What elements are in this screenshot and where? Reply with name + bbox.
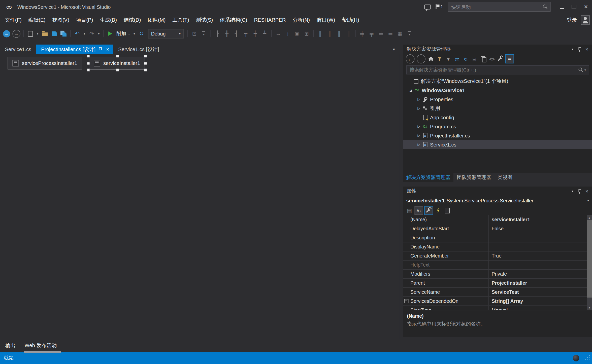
tree-item[interactable]: App.config xyxy=(403,113,592,122)
selection-handle[interactable] xyxy=(87,62,90,65)
bottom-panel-tab[interactable]: Web 发布活动 xyxy=(25,342,57,349)
tree-item[interactable]: Program.cs xyxy=(403,122,592,131)
scrollbar-thumb[interactable] xyxy=(587,220,592,298)
quick-launch-input[interactable] xyxy=(450,4,542,10)
property-row[interactable]: DisplayName xyxy=(403,242,587,251)
make-same-size-icon[interactable]: ▣ xyxy=(293,29,302,38)
menu-item[interactable]: 体系结构(C) xyxy=(216,14,251,26)
collapse-all-icon[interactable]: ⊟ xyxy=(471,55,479,63)
document-tab[interactable]: ProjectInstaller.cs [设计] × xyxy=(36,45,113,54)
selection-handle[interactable] xyxy=(116,68,119,71)
property-value[interactable] xyxy=(489,261,587,269)
window-position-icon[interactable] xyxy=(569,188,576,195)
property-row[interactable]: HelpText xyxy=(403,261,587,270)
tool-window-tab[interactable]: 团队资源管理器 xyxy=(454,173,495,182)
collapsed-icon[interactable] xyxy=(416,134,422,137)
vertical-splitter[interactable] xyxy=(400,41,403,352)
property-value[interactable]: Private xyxy=(489,270,587,278)
selection-handle[interactable] xyxy=(144,62,147,65)
close-icon[interactable]: × xyxy=(105,47,110,52)
menu-item[interactable]: RESHARPER xyxy=(251,14,289,26)
align-to-grid-icon[interactable]: ▦ xyxy=(396,29,404,38)
solution-search-input[interactable] xyxy=(408,67,578,72)
align-centers-icon[interactable]: ╂ xyxy=(222,29,231,38)
back-icon[interactable]: ← xyxy=(406,54,415,63)
attach-dropdown-icon[interactable]: ▾ xyxy=(132,29,137,38)
attach-label[interactable]: 附加... xyxy=(115,29,131,38)
new-file-icon[interactable] xyxy=(26,29,35,38)
menu-item[interactable]: 窗口(W) xyxy=(313,14,339,26)
make-horizontal-spacing-equal-icon[interactable]: ╫ xyxy=(316,29,325,38)
make-same-height-icon[interactable]: ↕ xyxy=(283,29,292,38)
preview-selected-items-icon[interactable] xyxy=(505,54,514,63)
save-icon[interactable] xyxy=(50,29,59,38)
property-row[interactable]: ServicesDependedOn String[] Array xyxy=(403,297,587,306)
property-pages-icon[interactable] xyxy=(443,206,451,214)
decrease-vertical-spacing-icon[interactable]: ╧ xyxy=(377,29,385,38)
selection-handle[interactable] xyxy=(144,68,147,71)
tree-item[interactable]: WindowsService1 xyxy=(403,86,592,95)
maximize-button[interactable] xyxy=(568,0,580,14)
selection-handle[interactable] xyxy=(144,55,147,58)
close-icon[interactable] xyxy=(583,46,590,53)
tree-item[interactable]: Service1.cs xyxy=(403,140,592,149)
property-value[interactable]: serviceInstaller1 xyxy=(489,215,587,224)
expand-icon[interactable] xyxy=(404,299,409,303)
align-bottoms-icon[interactable]: ┷ xyxy=(260,29,269,38)
tray-component[interactable]: serviceProcessInstaller1 xyxy=(8,57,82,69)
home-icon[interactable] xyxy=(427,55,435,63)
undo-dropdown-icon[interactable]: ▾ xyxy=(82,29,87,38)
tool-window-tab[interactable]: 类视图 xyxy=(495,173,516,182)
open-file-icon[interactable] xyxy=(41,29,49,38)
align-tops-icon[interactable]: ┯ xyxy=(241,29,250,38)
forward-icon[interactable]: → xyxy=(417,54,426,63)
menu-item[interactable]: 工具(T) xyxy=(169,14,192,26)
menu-item[interactable]: 测试(S) xyxy=(192,14,216,26)
redo-dropdown-icon[interactable]: ▾ xyxy=(97,29,101,38)
resize-grip[interactable] xyxy=(584,355,590,361)
decrease-horizontal-spacing-icon[interactable]: ╢ xyxy=(335,29,344,38)
solution-search-box[interactable] xyxy=(406,65,589,75)
refresh-icon[interactable]: ↻ xyxy=(462,55,470,63)
menu-item[interactable]: 生成(B) xyxy=(96,14,120,26)
menu-item[interactable]: 帮助(H) xyxy=(339,14,363,26)
property-value[interactable] xyxy=(489,242,587,251)
selected-object-combobox[interactable]: serviceInstaller1 System.ServiceProcess.… xyxy=(403,196,592,205)
make-vertical-spacing-equal-icon[interactable]: ╪ xyxy=(358,29,367,38)
scroll-down-icon[interactable] xyxy=(587,305,592,310)
search-options-icon[interactable] xyxy=(584,68,586,72)
property-value[interactable]: False xyxy=(489,224,587,233)
toolbar-group-overflow-icon[interactable]: ▾ xyxy=(200,29,208,38)
property-row[interactable]: Modifiers Private xyxy=(403,270,587,279)
show-all-files-icon[interactable] xyxy=(479,55,487,63)
view-code-icon[interactable]: <> xyxy=(488,55,496,63)
redo-icon[interactable]: ↷ xyxy=(87,29,96,38)
menu-item[interactable]: 编辑(E) xyxy=(25,14,49,26)
undo-icon[interactable]: ↶ xyxy=(73,29,82,38)
property-row[interactable]: (Name) serviceInstaller1 xyxy=(403,215,587,224)
sign-in-link[interactable]: 登录 xyxy=(567,17,577,23)
properties-header[interactable]: 属性 xyxy=(403,187,592,196)
restart-icon[interactable]: ↻ xyxy=(137,29,146,38)
bottom-panel-tab[interactable]: 输出 xyxy=(5,342,16,349)
pin-icon[interactable] xyxy=(98,47,103,52)
window-position-icon[interactable] xyxy=(569,46,576,53)
make-same-width-icon[interactable]: ↔ xyxy=(274,29,283,38)
close-button[interactable] xyxy=(580,0,592,14)
menu-item[interactable]: 项目(P) xyxy=(73,14,96,26)
property-value[interactable]: Manual xyxy=(489,306,587,310)
tool-window-tab[interactable]: 解决方案资源管理器 xyxy=(403,173,454,182)
property-row[interactable]: ServiceName ServiceTest xyxy=(403,288,587,297)
collapsed-icon[interactable] xyxy=(416,125,422,128)
tree-item[interactable]: Properties xyxy=(403,95,592,104)
new-file-dropdown-icon[interactable]: ▾ xyxy=(36,29,40,38)
tree-item[interactable]: 引用 xyxy=(403,104,592,113)
quick-launch-box[interactable] xyxy=(448,2,550,12)
selection-handle[interactable] xyxy=(87,55,90,58)
expanded-icon[interactable] xyxy=(408,89,414,92)
pin-icon[interactable] xyxy=(576,188,583,195)
align-lefts-icon[interactable]: ┠ xyxy=(213,29,222,38)
events-icon[interactable] xyxy=(434,206,442,214)
navigate-forward-icon[interactable]: → xyxy=(13,30,21,38)
property-row[interactable]: Description xyxy=(403,233,587,242)
